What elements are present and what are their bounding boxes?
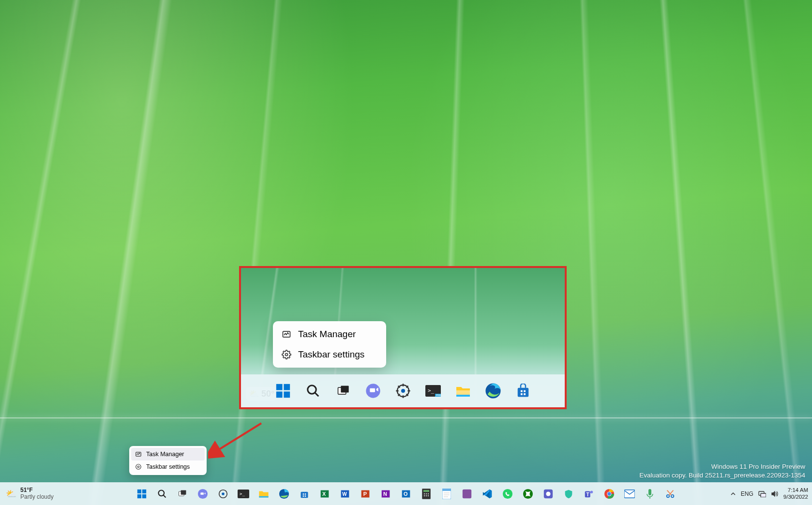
zoom-search-button[interactable] <box>303 381 323 401</box>
task-view-button[interactable] <box>174 486 191 502</box>
svg-rect-92 <box>761 493 766 497</box>
svg-text:>_: >_ <box>240 491 245 496</box>
language-indicator[interactable]: ENG <box>741 490 753 497</box>
calculator-button[interactable] <box>418 486 435 502</box>
zoom-chat-button[interactable] <box>363 381 383 401</box>
outlook-button[interactable]: O <box>398 486 414 502</box>
xbox-button[interactable] <box>520 486 536 502</box>
svg-point-65 <box>428 493 429 494</box>
powerpoint-button[interactable]: P <box>357 486 374 502</box>
mail-button[interactable] <box>621 486 638 502</box>
clock[interactable]: 7:14 AM 9/30/2022 <box>783 487 808 501</box>
ctx-task-manager-label: Task Manager <box>298 329 356 340</box>
system-tray: ENG 7:14 AM 9/30/2022 <box>730 482 808 505</box>
svg-point-40 <box>222 492 225 495</box>
svg-rect-5 <box>284 391 290 398</box>
svg-rect-31 <box>142 489 146 493</box>
zoom-terminal-button[interactable]: >_PRE <box>423 381 443 401</box>
ctx-taskbar-settings-zoom[interactable]: Taskbar settings <box>276 344 383 365</box>
watermark-line1: Windows 11 Pro Insider Preview <box>639 462 805 471</box>
svg-point-75 <box>503 489 512 498</box>
chat-button[interactable] <box>195 486 211 502</box>
notepad-button[interactable] <box>438 486 455 502</box>
gear-icon <box>135 463 142 470</box>
weather-widget[interactable]: ⛅ 51°F Partly cloudy <box>6 482 54 505</box>
activity-icon <box>282 329 291 339</box>
svg-text:W: W <box>342 491 347 497</box>
ctx-taskbar-settings-label: Taskbar settings <box>146 463 190 470</box>
watermark-line2: Evaluation copy. Build 25211.rs_prerelea… <box>639 471 805 480</box>
activity-icon <box>135 451 142 458</box>
chrome-button[interactable] <box>601 486 617 502</box>
clock-date: 9/30/2022 <box>783 494 808 501</box>
svg-line-35 <box>164 495 166 497</box>
svg-rect-70 <box>442 489 451 491</box>
svg-rect-2 <box>276 384 282 390</box>
excel-button[interactable]: X <box>316 486 333 502</box>
svg-point-12 <box>401 389 405 393</box>
snipping-tool-button[interactable] <box>662 486 678 502</box>
svg-text:PRE: PRE <box>436 394 441 397</box>
zoom-inset: Task Manager Taskbar settings ⛅ 50° >_PR… <box>239 266 567 409</box>
start-button[interactable] <box>134 486 150 502</box>
svg-rect-30 <box>137 489 141 493</box>
svg-rect-11 <box>370 388 375 392</box>
weather-icon: ⛅ <box>6 489 16 499</box>
tray-overflow-button[interactable] <box>730 491 736 497</box>
svg-rect-37 <box>181 490 186 494</box>
zoom-store-button[interactable] <box>513 381 533 401</box>
edge-button[interactable] <box>276 486 292 502</box>
svg-rect-85 <box>624 490 635 498</box>
file-explorer-button[interactable] <box>256 486 272 502</box>
svg-rect-44 <box>259 496 268 497</box>
zoom-file-explorer-button[interactable] <box>453 381 473 401</box>
svg-rect-4 <box>276 391 282 398</box>
svg-text:>_: >_ <box>428 387 435 394</box>
svg-rect-25 <box>524 393 526 395</box>
app-pinned-1[interactable] <box>459 486 475 502</box>
volume-icon[interactable] <box>771 490 779 497</box>
zoom-start-button[interactable] <box>273 381 293 401</box>
desktop[interactable]: Task Manager Taskbar settings ⛅ 50° >_PR… <box>0 0 812 505</box>
svg-rect-48 <box>305 493 306 495</box>
zoom-taskbar: >_PRE <box>241 374 565 407</box>
teams-button[interactable]: T <box>581 486 597 502</box>
whatsapp-button[interactable] <box>499 486 516 502</box>
taskbar-context-menu: Task Manager Taskbar settings <box>129 446 207 475</box>
svg-rect-21 <box>517 388 528 397</box>
security-button[interactable] <box>560 486 577 502</box>
ctx-taskbar-settings[interactable]: Taskbar settings <box>131 460 205 473</box>
svg-point-34 <box>159 490 165 496</box>
svg-rect-19 <box>456 395 470 397</box>
svg-rect-62 <box>423 490 429 492</box>
svg-line-29 <box>217 423 261 451</box>
terminal-button[interactable]: >_ <box>235 486 252 502</box>
svg-point-28 <box>136 464 141 470</box>
vscode-button[interactable] <box>479 486 496 502</box>
svg-rect-49 <box>303 495 304 497</box>
app-pinned-2[interactable] <box>540 486 556 502</box>
weather-condition: Partly cloudy <box>20 494 54 500</box>
svg-text:P: P <box>363 491 367 497</box>
onenote-button[interactable]: N <box>377 486 394 502</box>
search-button[interactable] <box>154 486 170 502</box>
svg-rect-46 <box>301 491 308 498</box>
taskbar[interactable]: ⛅ 51°F Partly cloudy >_ X W P N O <box>0 482 812 505</box>
zoom-task-view-button[interactable] <box>333 381 353 401</box>
svg-point-67 <box>426 495 427 496</box>
svg-rect-22 <box>521 390 523 392</box>
word-button[interactable]: W <box>337 486 353 502</box>
ctx-task-manager[interactable]: Task Manager <box>131 448 205 460</box>
voice-recorder-button[interactable] <box>642 486 658 502</box>
zoom-edge-button[interactable] <box>483 381 503 401</box>
settings-button[interactable] <box>215 486 231 502</box>
svg-rect-33 <box>142 494 146 498</box>
store-button[interactable] <box>296 486 313 502</box>
svg-rect-50 <box>305 495 306 497</box>
svg-text:T: T <box>586 491 590 497</box>
zoom-settings-button[interactable] <box>393 381 413 401</box>
svg-line-7 <box>315 393 318 397</box>
ctx-task-manager-zoom[interactable]: Task Manager <box>276 324 383 344</box>
svg-rect-32 <box>137 494 141 498</box>
network-icon[interactable] <box>758 490 766 497</box>
